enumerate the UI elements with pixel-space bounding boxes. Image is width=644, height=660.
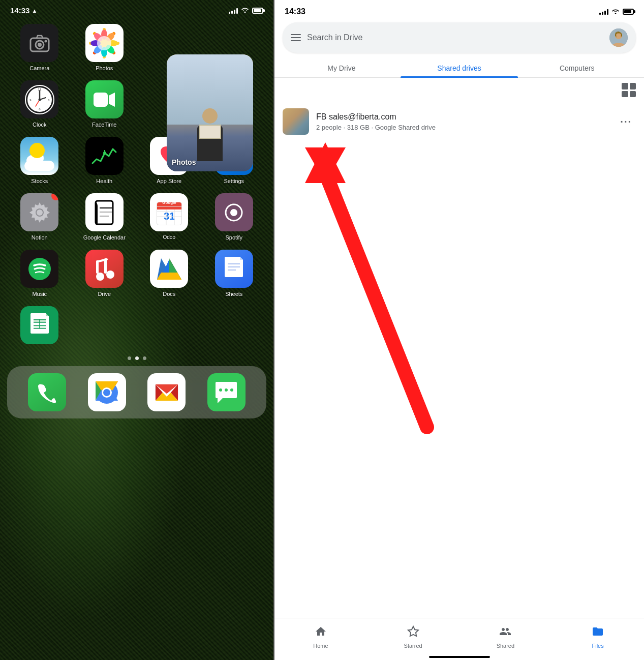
content-header (274, 78, 644, 102)
phone-time-text: 14:33 (10, 6, 29, 15)
phone-time: 14:33 ▲ (10, 6, 37, 15)
dock-app-phone[interactable] (28, 373, 66, 411)
app-camera-label: Camera (29, 65, 49, 71)
svg-point-59 (230, 209, 237, 216)
empty-content-area (274, 141, 644, 660)
svg-point-91 (103, 389, 110, 396)
drive-wifi-icon (611, 8, 620, 16)
search-bar[interactable]: Search in Drive (283, 22, 636, 53)
dock (7, 366, 266, 418)
page-dot-3[interactable] (143, 356, 146, 360)
svg-point-100 (230, 388, 233, 392)
more-options-icon[interactable]: ··· (616, 114, 636, 130)
app-settings-label: Notion (32, 234, 48, 241)
app-stocks[interactable]: Health (75, 137, 134, 184)
photo-widget-label: Photos (172, 158, 196, 166)
drive-tabs: My Drive Shared drives Computers (274, 59, 644, 78)
app-odoo[interactable]: Spotify (205, 193, 264, 241)
grid-cell-2 (630, 83, 636, 89)
nav-item-starred[interactable]: Starred (367, 622, 459, 652)
signal-bar-2 (231, 11, 233, 14)
svg-marker-74 (157, 273, 181, 280)
svg-rect-51 (157, 206, 181, 209)
page-dot-1[interactable] (128, 356, 131, 360)
grid-cell-4 (630, 91, 636, 98)
page-dot-2[interactable] (135, 356, 139, 360)
drive-status-bar: 14:33 (274, 0, 644, 20)
home-icon (315, 625, 327, 641)
drive-status-right (599, 8, 634, 16)
phone-battery-fill (254, 9, 261, 12)
app-settings[interactable]: Notion (10, 193, 69, 241)
nav-files-label: Files (592, 643, 604, 649)
nav-starred-label: Starred (404, 643, 422, 649)
drive-bottom-nav: Home Starred Shared Files (274, 618, 644, 660)
app-photos-label: Photos (96, 65, 113, 71)
tab-computers[interactable]: Computers (518, 59, 636, 77)
app-music[interactable]: Drive (75, 250, 134, 297)
dock-app-messages[interactable] (207, 373, 246, 411)
app-drive[interactable]: Docs (140, 250, 199, 297)
app-camera[interactable]: Camera (10, 24, 69, 71)
svg-point-98 (219, 388, 222, 392)
app-odoo-label: Spotify (225, 234, 242, 241)
app-health-label: App Store (157, 178, 181, 184)
files-icon (592, 625, 604, 641)
hamburger-line-3 (291, 40, 301, 41)
star-icon (407, 625, 419, 641)
user-avatar[interactable] (609, 28, 628, 47)
dock-app-gmail[interactable] (147, 373, 186, 411)
app-notion-label: Google Calendar (83, 234, 126, 241)
hamburger-menu-icon[interactable] (291, 34, 301, 41)
app-facetime[interactable]: FaceTime (75, 80, 134, 128)
svg-point-2 (38, 43, 42, 47)
svg-text:Google: Google (162, 200, 176, 205)
location-arrow-icon: ▲ (32, 8, 37, 14)
phone-battery-icon (252, 8, 263, 14)
nav-shared-label: Shared (497, 643, 514, 649)
signal-bar-4 (236, 8, 238, 14)
app-gcal[interactable]: 31 Google Odoo (140, 193, 199, 241)
drive-item-meta: 2 people · 318 GB · Google Shared drive (316, 124, 609, 131)
grid-view-toggle[interactable] (622, 83, 636, 97)
app-stocks-label: Health (96, 178, 112, 184)
shared-drive-thumbnail (283, 108, 309, 135)
grid-cell-1 (622, 83, 628, 89)
phone-wifi-icon (241, 7, 249, 14)
grid-cell-3 (622, 91, 628, 98)
app-clock[interactable]: 12 3 6 9 Clock (10, 80, 69, 128)
app-docs[interactable]: Sheets (205, 250, 264, 297)
app-sheets[interactable] (10, 306, 69, 344)
app-weather-label: Stocks (31, 178, 48, 184)
svg-rect-64 (96, 260, 99, 274)
search-input[interactable]: Search in Drive (307, 33, 603, 42)
nav-item-shared[interactable]: Shared (459, 622, 552, 652)
nav-item-home[interactable]: Home (274, 622, 367, 652)
app-grid: Camera (0, 19, 273, 349)
tab-shared-drives[interactable]: Shared drives (401, 59, 518, 77)
app-spotify[interactable]: Music (10, 250, 69, 297)
shared-drive-item[interactable]: FB sales@fiberta.com 2 people · 318 GB ·… (274, 102, 644, 141)
drive-signal-icon (599, 9, 608, 15)
app-facetime-label: FaceTime (92, 122, 117, 128)
app-gcal-label: Odoo (163, 234, 175, 240)
svg-point-62 (106, 271, 114, 279)
app-spotify-label: Music (32, 291, 47, 297)
svg-rect-32 (94, 93, 108, 107)
app-weather[interactable]: Stocks (10, 137, 69, 184)
tab-my-drive[interactable]: My Drive (283, 59, 401, 77)
app-docs-label: Sheets (225, 291, 242, 297)
shared-icon (499, 625, 511, 641)
svg-point-3 (44, 40, 47, 42)
app-appstore-label: Settings (224, 178, 244, 184)
drive-time: 14:33 (285, 7, 305, 16)
app-photos[interactable]: Photos (75, 24, 134, 71)
svg-point-99 (225, 388, 228, 392)
phone-signal-icon (229, 8, 238, 14)
thumbnail-image (283, 108, 309, 135)
photo-widget[interactable]: Photos (140, 24, 263, 128)
phone-screen: 14:33 ▲ (0, 0, 274, 660)
nav-item-files[interactable]: Files (551, 622, 644, 652)
app-notion[interactable]: Google Calendar (75, 193, 134, 241)
dock-app-chrome[interactable] (88, 373, 126, 411)
